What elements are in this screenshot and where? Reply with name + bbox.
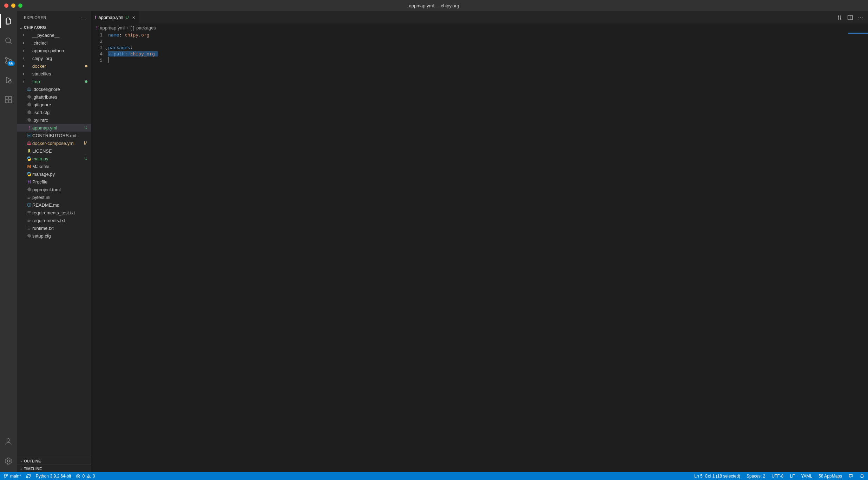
activity-extensions[interactable] [0, 93, 17, 107]
sync-icon [26, 474, 31, 479]
svg-rect-19 [28, 141, 29, 142]
breadcrumb-file[interactable]: appmap.yml [100, 25, 125, 31]
file-row[interactable]: .gitattributes [17, 93, 91, 101]
tree-item-label: requirements_test.txt [32, 210, 87, 215]
svg-point-0 [6, 38, 11, 43]
chevron-right-icon: › [21, 79, 26, 84]
file-row[interactable]: requirements.txt [17, 216, 91, 224]
file-row[interactable]: pyproject.toml [17, 186, 91, 193]
feedback-icon [848, 474, 853, 479]
text-icon [26, 210, 32, 215]
file-row[interactable]: MMakefile [17, 162, 91, 170]
license-icon [26, 148, 32, 153]
tree-item-label: .gitignore [32, 102, 87, 107]
status-spaces[interactable]: Spaces: 2 [747, 474, 765, 479]
svg-point-27 [29, 204, 29, 204]
svg-rect-7 [5, 96, 8, 99]
file-row[interactable]: pytest.ini [17, 193, 91, 201]
file-row[interactable]: !appmap.ymlU [17, 124, 91, 132]
file-row[interactable]: LICENSE [17, 147, 91, 155]
status-python[interactable]: Python 3.9.2 64-bit [36, 474, 71, 479]
editor-group: ! appmap.yml U × ··· ! appmap.yml › [ ] … [91, 11, 868, 472]
file-row[interactable]: docker-compose.ymlM [17, 139, 91, 147]
file-row[interactable]: .gitignore [17, 101, 91, 108]
file-row[interactable]: .pylintrc [17, 116, 91, 124]
close-window-button[interactable] [4, 4, 8, 8]
file-row[interactable]: setup.cfg [17, 232, 91, 240]
compare-changes-button[interactable] [837, 15, 842, 20]
breadcrumb-symbol[interactable]: packages [136, 25, 156, 31]
activity-run-debug[interactable] [0, 73, 17, 87]
status-encoding[interactable]: UTF-8 [771, 474, 783, 479]
svg-rect-16 [30, 88, 31, 89]
status-sync[interactable] [26, 474, 31, 479]
sidebar-outline-section[interactable]: › OUTLINE [17, 457, 91, 465]
sidebar: EXPLORER ··· ⌄ CHIPY.ORG ›__pycache__›.c… [17, 11, 91, 472]
svg-rect-20 [30, 142, 31, 144]
minimap[interactable] [840, 32, 868, 472]
code-content[interactable]: name: chipy.orgpackages:- path: chipy_or… [108, 32, 868, 472]
file-row[interactable]: runtime.txt [17, 224, 91, 232]
gear-icon [26, 118, 32, 122]
svg-rect-17 [27, 142, 28, 144]
folder-row[interactable]: ›chipy_org [17, 54, 91, 62]
folder-row[interactable]: ›staticfiles [17, 70, 91, 78]
activity-search[interactable] [0, 34, 17, 48]
file-row[interactable]: .isort.cfg [17, 108, 91, 116]
activity-bar: 66 [0, 11, 17, 472]
status-problems[interactable]: 0 0 [76, 474, 95, 479]
proc-icon: H [26, 179, 32, 185]
minimize-window-button[interactable] [11, 4, 15, 8]
breadcrumbs[interactable]: ! appmap.yml › [ ] packages [91, 24, 868, 32]
status-cursor[interactable]: Ln 5, Col 1 (18 selected) [694, 474, 740, 479]
svg-point-3 [6, 62, 7, 64]
file-tree[interactable]: ›__pycache__›.circleci›appmap-python›chi… [17, 31, 91, 457]
activity-settings[interactable] [0, 454, 17, 468]
folder-row[interactable]: ›__pycache__ [17, 31, 91, 39]
sidebar-folder-header[interactable]: ⌄ CHIPY.ORG [17, 24, 91, 31]
file-row[interactable]: requirements_test.txt [17, 209, 91, 216]
tab-close-button[interactable]: × [132, 15, 135, 20]
folder-row[interactable]: ›docker [17, 62, 91, 70]
tree-item-label: main.py [32, 156, 83, 161]
file-row[interactable]: README.md [17, 201, 91, 209]
status-feedback[interactable] [848, 474, 853, 479]
git-decoration: U [83, 156, 87, 161]
tree-item-label: .isort.cfg [32, 110, 87, 115]
file-row[interactable]: HProcfile [17, 178, 91, 186]
folder-row[interactable]: ›.circleci [17, 39, 91, 47]
py-icon [26, 172, 32, 176]
file-row[interactable]: manage.py [17, 170, 91, 178]
tab-appmap-yml[interactable]: ! appmap.yml U × [91, 11, 139, 24]
file-row[interactable]: .dockerignore [17, 85, 91, 93]
status-language[interactable]: YAML [801, 474, 812, 479]
sidebar-more-button[interactable]: ··· [81, 15, 86, 20]
file-row[interactable]: main.pyU [17, 155, 91, 162]
git-branch-icon [4, 474, 8, 479]
activity-scm[interactable]: 66 [0, 53, 17, 67]
chevron-right-icon: › [21, 48, 26, 53]
activity-explorer[interactable] [0, 14, 17, 28]
split-editor-button[interactable] [847, 15, 853, 20]
svg-rect-9 [5, 100, 8, 103]
editor-more-button[interactable]: ··· [858, 15, 864, 20]
status-appmaps[interactable]: 58 AppMaps [818, 474, 842, 479]
chevron-right-icon: › [18, 467, 24, 471]
tree-item-label: manage.py [32, 172, 87, 177]
chevron-right-icon: › [18, 459, 24, 463]
activity-accounts[interactable] [0, 434, 17, 448]
status-bell[interactable] [860, 474, 864, 479]
file-row[interactable]: CONTRIBUTORS.md [17, 132, 91, 139]
py-icon [26, 156, 32, 161]
tree-item-label: README.md [32, 202, 87, 208]
tab-bar: ! appmap.yml U × ··· [91, 11, 868, 24]
code-editor[interactable]: 123⌄45 name: chipy.orgpackages:- path: c… [91, 32, 868, 472]
git-dot-decoration [85, 80, 87, 83]
status-branch[interactable]: main* [4, 474, 21, 479]
folder-row[interactable]: ›tmp [17, 78, 91, 85]
sidebar-timeline-section[interactable]: › TIMELINE [17, 465, 91, 472]
maximize-window-button[interactable] [18, 4, 22, 8]
status-eol[interactable]: LF [790, 474, 795, 479]
folder-row[interactable]: ›appmap-python [17, 47, 91, 54]
fold-chevron-icon[interactable]: ⌄ [105, 45, 107, 52]
